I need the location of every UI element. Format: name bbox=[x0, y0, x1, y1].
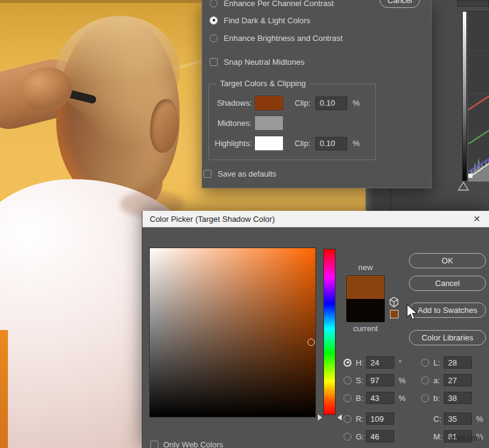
h-field-row: H: ° bbox=[344, 356, 408, 369]
radio-icon-selected[interactable] bbox=[210, 17, 218, 24]
checkbox-icon[interactable] bbox=[150, 441, 158, 448]
b-label: B: bbox=[356, 394, 366, 403]
color-picker-body: new current OK Cancel Add to Swatches Co… bbox=[142, 227, 489, 448]
highlights-swatch[interactable] bbox=[254, 136, 284, 151]
checkbox-icon[interactable] bbox=[210, 58, 218, 66]
a-input[interactable] bbox=[444, 374, 472, 386]
checkbox-icon[interactable] bbox=[204, 170, 211, 178]
c-input[interactable] bbox=[444, 413, 472, 425]
g-input[interactable] bbox=[366, 430, 394, 442]
radio-option-enhance-brightness[interactable]: Enhance Brightness and Contrast bbox=[210, 32, 342, 43]
g-radio[interactable] bbox=[344, 433, 351, 441]
c-label: C: bbox=[433, 414, 444, 424]
snap-neutral-midtones-option[interactable]: Snap Neutral Midtones bbox=[210, 56, 304, 67]
c-unit: % bbox=[476, 414, 486, 424]
h-input[interactable] bbox=[366, 356, 394, 369]
s-field-row: S: % bbox=[344, 374, 408, 386]
r-input[interactable] bbox=[366, 413, 394, 425]
curves-plot[interactable] bbox=[468, 11, 489, 181]
save-defaults-label: Save as defaults bbox=[218, 169, 276, 178]
midtones-swatch[interactable] bbox=[254, 116, 284, 131]
a-label: a: bbox=[433, 376, 444, 385]
bb-label: b: bbox=[433, 394, 444, 403]
cancel-button[interactable]: Cancel bbox=[409, 276, 486, 291]
panel-divider bbox=[390, 186, 391, 211]
midtones-row: Midtones: bbox=[214, 116, 284, 131]
s-input[interactable] bbox=[366, 374, 394, 386]
ok-button[interactable]: OK bbox=[409, 253, 486, 268]
l-label: L: bbox=[433, 358, 444, 367]
color-field-marker[interactable] bbox=[307, 339, 315, 346]
curves-gradient-bar bbox=[462, 11, 467, 181]
auto-dialog-cancel-button[interactable]: Cancel bbox=[380, 0, 420, 8]
current-color-swatch bbox=[347, 299, 384, 322]
h-radio[interactable] bbox=[344, 359, 351, 367]
radio-label: Find Dark & Light Colors bbox=[224, 16, 311, 25]
shadows-clip-input[interactable] bbox=[315, 97, 347, 110]
group-title: Target Colors & Clipping bbox=[216, 79, 309, 88]
orange-edge-strip bbox=[0, 330, 8, 448]
current-label: current bbox=[346, 324, 385, 333]
mouse-cursor bbox=[405, 304, 419, 321]
a-radio[interactable] bbox=[421, 376, 429, 384]
highlights-row: Highlights: Clip: % bbox=[214, 136, 360, 151]
s-unit: % bbox=[399, 376, 408, 385]
shadows-label: Shadows: bbox=[214, 98, 252, 108]
c-field-row: C: % bbox=[421, 413, 486, 425]
highlights-label: Highlights: bbox=[214, 139, 252, 148]
curves-channel-dropdown[interactable] bbox=[457, 0, 489, 7]
watermark: wtvd.com bbox=[449, 434, 482, 442]
h-label: H: bbox=[356, 358, 366, 367]
radio-label: Enhance Per Channel Contrast bbox=[224, 0, 334, 8]
save-as-defaults-option[interactable]: Save as defaults bbox=[204, 169, 276, 178]
saturation-brightness-field[interactable] bbox=[149, 248, 316, 417]
auto-dialog-cancel-label: Cancel bbox=[388, 0, 412, 5]
a-field-row: a: bbox=[421, 374, 472, 386]
s-label: S: bbox=[356, 376, 366, 385]
red-channel-curve bbox=[468, 95, 489, 111]
radio-option-find-dark-light[interactable]: Find Dark & Light Colors bbox=[210, 15, 311, 26]
highlights-clip-input[interactable] bbox=[315, 137, 347, 150]
midtones-label: Midtones: bbox=[214, 119, 252, 128]
new-label: new bbox=[346, 263, 385, 272]
radio-option-enhance-per-channel[interactable]: Enhance Per Channel Contrast bbox=[210, 0, 334, 9]
radio-label: Enhance Brightness and Contrast bbox=[224, 34, 342, 43]
curve-point[interactable] bbox=[468, 174, 472, 178]
new-current-swatches bbox=[346, 275, 385, 321]
only-web-colors-label: Only Web Colors bbox=[163, 440, 223, 448]
shadow-input-slider[interactable] bbox=[457, 181, 469, 191]
bb-input[interactable] bbox=[444, 392, 472, 404]
r-radio[interactable] bbox=[344, 415, 351, 423]
bb-radio[interactable] bbox=[421, 394, 429, 402]
b-radio[interactable] bbox=[344, 394, 351, 402]
new-color-swatch bbox=[347, 276, 384, 299]
radio-icon[interactable] bbox=[210, 34, 218, 42]
ok-label: OK bbox=[442, 256, 454, 265]
b-input[interactable] bbox=[366, 392, 394, 404]
gamut-warning-cube-icon[interactable] bbox=[388, 296, 400, 310]
gamut-clip-swatch[interactable] bbox=[390, 310, 399, 318]
only-web-colors-option[interactable]: Only Web Colors bbox=[150, 440, 223, 448]
clip-label: Clip: bbox=[295, 139, 311, 148]
l-input[interactable] bbox=[444, 356, 472, 369]
hue-slider-right-arrow[interactable] bbox=[337, 414, 342, 420]
s-radio[interactable] bbox=[344, 376, 351, 384]
hue-slider[interactable] bbox=[323, 249, 336, 415]
shadows-swatch[interactable] bbox=[254, 95, 284, 111]
b-unit: % bbox=[399, 394, 408, 403]
m-label: M: bbox=[433, 432, 444, 441]
r-field-row: R: bbox=[344, 413, 408, 425]
add-to-swatches-button[interactable]: Add to Swatches bbox=[409, 303, 486, 318]
close-icon[interactable]: ✕ bbox=[473, 215, 480, 223]
l-radio[interactable] bbox=[421, 359, 429, 367]
radio-icon[interactable] bbox=[210, 0, 218, 7]
hue-slider-left-arrow[interactable] bbox=[318, 414, 322, 420]
color-picker-title: Color Picker (Target Shadow Color) bbox=[150, 215, 274, 224]
auto-color-dialog: Cancel Enhance Per Channel Contrast Find… bbox=[202, 0, 432, 188]
cancel-label: Cancel bbox=[435, 279, 460, 288]
color-picker-dialog: Color Picker (Target Shadow Color) ✕ new… bbox=[142, 211, 489, 448]
color-libraries-label: Color Libraries bbox=[422, 333, 474, 342]
color-libraries-button[interactable]: Color Libraries bbox=[409, 330, 486, 345]
color-picker-titlebar[interactable]: Color Picker (Target Shadow Color) ✕ bbox=[142, 211, 489, 227]
bb-field-row: b: bbox=[421, 392, 472, 404]
